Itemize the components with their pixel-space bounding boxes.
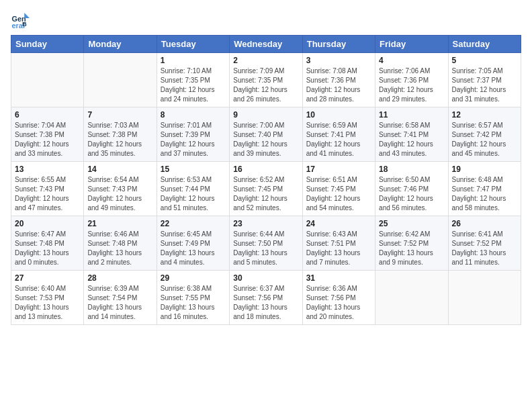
calendar-cell: 31Sunrise: 6:36 AM Sunset: 7:56 PM Dayli… (302, 271, 375, 325)
day-number: 31 (306, 273, 371, 283)
day-number: 10 (306, 110, 371, 120)
day-info: Sunrise: 6:50 AM Sunset: 7:46 PM Dayligh… (379, 175, 444, 213)
day-info: Sunrise: 6:40 AM Sunset: 7:53 PM Dayligh… (15, 284, 80, 322)
calendar-cell: 9Sunrise: 7:00 AM Sunset: 7:40 PM Daylig… (230, 107, 302, 162)
day-info: Sunrise: 6:48 AM Sunset: 7:47 PM Dayligh… (452, 175, 517, 213)
day-info: Sunrise: 7:09 AM Sunset: 7:35 PM Dayligh… (233, 66, 298, 104)
calendar-cell (375, 271, 448, 325)
day-number: 16 (233, 165, 298, 174)
calendar-cell: 14Sunrise: 6:54 AM Sunset: 7:43 PM Dayli… (84, 162, 157, 216)
day-number: 30 (233, 273, 298, 283)
day-number: 12 (452, 110, 517, 120)
day-info: Sunrise: 6:38 AM Sunset: 7:55 PM Dayligh… (161, 284, 226, 322)
day-info: Sunrise: 7:05 AM Sunset: 7:37 PM Dayligh… (452, 66, 517, 104)
weekday-header: Tuesday (157, 36, 229, 53)
day-number: 20 (15, 219, 80, 228)
weekday-header: Sunday (11, 36, 84, 53)
day-info: Sunrise: 6:42 AM Sunset: 7:52 PM Dayligh… (379, 230, 444, 267)
calendar-cell: 23Sunrise: 6:44 AM Sunset: 7:50 PM Dayli… (230, 216, 302, 271)
day-info: Sunrise: 7:04 AM Sunset: 7:38 PM Dayligh… (15, 121, 80, 158)
day-info: Sunrise: 6:37 AM Sunset: 7:56 PM Dayligh… (233, 284, 298, 322)
day-number: 15 (161, 165, 226, 174)
calendar-cell (84, 53, 157, 107)
day-number: 27 (15, 273, 80, 283)
day-number: 6 (15, 110, 80, 120)
weekday-header: Wednesday (230, 36, 302, 53)
day-number: 22 (161, 219, 226, 228)
day-number: 2 (233, 56, 298, 65)
calendar-cell: 6Sunrise: 7:04 AM Sunset: 7:38 PM Daylig… (11, 107, 84, 162)
calendar-cell: 28Sunrise: 6:39 AM Sunset: 7:54 PM Dayli… (84, 271, 157, 325)
day-number: 24 (306, 219, 371, 228)
calendar-cell: 16Sunrise: 6:52 AM Sunset: 7:45 PM Dayli… (230, 162, 302, 216)
day-number: 14 (87, 165, 152, 174)
calendar: SundayMondayTuesdayWednesdayThursdayFrid… (11, 35, 521, 325)
calendar-cell: 21Sunrise: 6:46 AM Sunset: 7:48 PM Dayli… (84, 216, 157, 271)
day-info: Sunrise: 6:39 AM Sunset: 7:54 PM Dayligh… (87, 284, 152, 322)
day-number: 11 (379, 110, 444, 120)
calendar-cell: 26Sunrise: 6:41 AM Sunset: 7:52 PM Dayli… (448, 216, 521, 271)
svg-text:B: B (22, 21, 27, 28)
calendar-cell: 1Sunrise: 7:10 AM Sunset: 7:35 PM Daylig… (157, 53, 229, 107)
calendar-cell: 19Sunrise: 6:48 AM Sunset: 7:47 PM Dayli… (448, 162, 521, 216)
weekday-header: Thursday (302, 36, 375, 53)
day-number: 9 (233, 110, 298, 120)
day-number: 5 (452, 56, 517, 65)
day-info: Sunrise: 6:45 AM Sunset: 7:49 PM Dayligh… (161, 230, 226, 267)
calendar-week-row: 1Sunrise: 7:10 AM Sunset: 7:35 PM Daylig… (11, 53, 521, 107)
day-info: Sunrise: 7:00 AM Sunset: 7:40 PM Dayligh… (233, 121, 298, 158)
calendar-cell: 7Sunrise: 7:03 AM Sunset: 7:38 PM Daylig… (84, 107, 157, 162)
calendar-cell: 5Sunrise: 7:05 AM Sunset: 7:37 PM Daylig… (448, 53, 521, 107)
calendar-cell: 27Sunrise: 6:40 AM Sunset: 7:53 PM Dayli… (11, 271, 84, 325)
calendar-cell: 17Sunrise: 6:51 AM Sunset: 7:45 PM Dayli… (302, 162, 375, 216)
calendar-week-row: 20Sunrise: 6:47 AM Sunset: 7:48 PM Dayli… (11, 216, 521, 271)
calendar-cell: 2Sunrise: 7:09 AM Sunset: 7:35 PM Daylig… (230, 53, 302, 107)
day-info: Sunrise: 6:44 AM Sunset: 7:50 PM Dayligh… (233, 230, 298, 267)
day-info: Sunrise: 6:43 AM Sunset: 7:51 PM Dayligh… (306, 230, 371, 267)
calendar-cell: 15Sunrise: 6:53 AM Sunset: 7:44 PM Dayli… (157, 162, 229, 216)
calendar-cell: 8Sunrise: 7:01 AM Sunset: 7:39 PM Daylig… (157, 107, 229, 162)
day-info: Sunrise: 6:36 AM Sunset: 7:56 PM Dayligh… (306, 284, 371, 322)
calendar-cell: 11Sunrise: 6:58 AM Sunset: 7:41 PM Dayli… (375, 107, 448, 162)
calendar-cell: 10Sunrise: 6:59 AM Sunset: 7:41 PM Dayli… (302, 107, 375, 162)
day-info: Sunrise: 6:59 AM Sunset: 7:41 PM Dayligh… (306, 121, 371, 158)
day-info: Sunrise: 6:54 AM Sunset: 7:43 PM Dayligh… (87, 175, 152, 213)
day-info: Sunrise: 7:01 AM Sunset: 7:39 PM Dayligh… (161, 121, 226, 158)
calendar-cell: 12Sunrise: 6:57 AM Sunset: 7:42 PM Dayli… (448, 107, 521, 162)
day-info: Sunrise: 7:08 AM Sunset: 7:36 PM Dayligh… (306, 66, 371, 104)
day-info: Sunrise: 6:55 AM Sunset: 7:43 PM Dayligh… (15, 175, 80, 213)
calendar-cell: 24Sunrise: 6:43 AM Sunset: 7:51 PM Dayli… (302, 216, 375, 271)
day-number: 8 (161, 110, 226, 120)
day-number: 17 (306, 165, 371, 174)
day-number: 18 (379, 165, 444, 174)
logo-icon: Gen eral B (11, 11, 30, 30)
calendar-cell: 22Sunrise: 6:45 AM Sunset: 7:49 PM Dayli… (157, 216, 229, 271)
calendar-cell: 3Sunrise: 7:08 AM Sunset: 7:36 PM Daylig… (302, 53, 375, 107)
day-info: Sunrise: 6:46 AM Sunset: 7:48 PM Dayligh… (87, 230, 152, 267)
calendar-cell: 13Sunrise: 6:55 AM Sunset: 7:43 PM Dayli… (11, 162, 84, 216)
svg-marker-2 (24, 13, 30, 18)
day-number: 23 (233, 219, 298, 228)
calendar-cell: 18Sunrise: 6:50 AM Sunset: 7:46 PM Dayli… (375, 162, 448, 216)
day-info: Sunrise: 6:58 AM Sunset: 7:41 PM Dayligh… (379, 121, 444, 158)
calendar-cell: 4Sunrise: 7:06 AM Sunset: 7:36 PM Daylig… (375, 53, 448, 107)
day-number: 25 (379, 219, 444, 228)
day-number: 21 (87, 219, 152, 228)
logo: Gen eral B (11, 11, 32, 30)
calendar-cell (448, 271, 521, 325)
weekday-header: Friday (375, 36, 448, 53)
day-info: Sunrise: 6:47 AM Sunset: 7:48 PM Dayligh… (15, 230, 80, 267)
page-header: Gen eral B (11, 11, 521, 30)
day-info: Sunrise: 6:53 AM Sunset: 7:44 PM Dayligh… (161, 175, 226, 213)
calendar-week-row: 6Sunrise: 7:04 AM Sunset: 7:38 PM Daylig… (11, 107, 521, 162)
calendar-cell: 25Sunrise: 6:42 AM Sunset: 7:52 PM Dayli… (375, 216, 448, 271)
calendar-week-row: 27Sunrise: 6:40 AM Sunset: 7:53 PM Dayli… (11, 271, 521, 325)
weekday-header: Saturday (448, 36, 521, 53)
day-number: 29 (161, 273, 226, 283)
day-number: 19 (452, 165, 517, 174)
day-number: 3 (306, 56, 371, 65)
day-info: Sunrise: 7:06 AM Sunset: 7:36 PM Dayligh… (379, 66, 444, 104)
calendar-cell: 20Sunrise: 6:47 AM Sunset: 7:48 PM Dayli… (11, 216, 84, 271)
calendar-week-row: 13Sunrise: 6:55 AM Sunset: 7:43 PM Dayli… (11, 162, 521, 216)
weekday-header: Monday (84, 36, 157, 53)
